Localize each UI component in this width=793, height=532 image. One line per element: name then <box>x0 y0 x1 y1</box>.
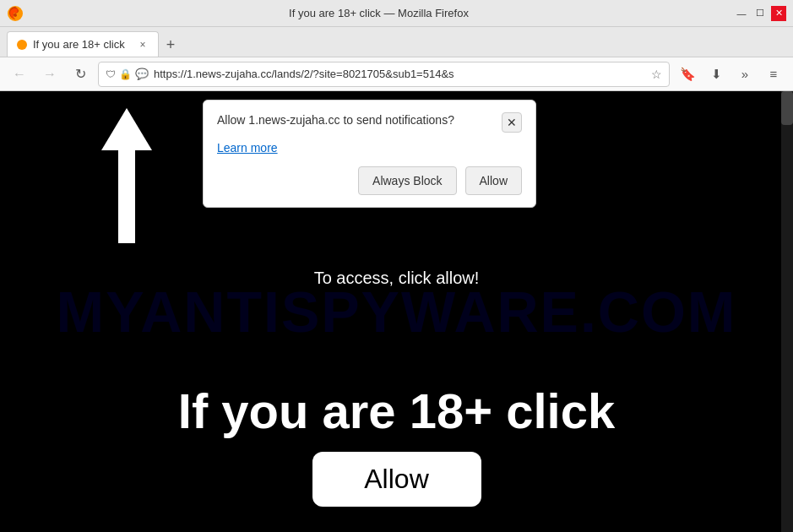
always-block-button[interactable]: Always Block <box>358 166 456 195</box>
page-content: MYANTISPYWARE.COM To access, click allow… <box>0 91 793 532</box>
tab-label: If you are 18+ click <box>33 38 125 51</box>
tab-bar: If you are 18+ click × + <box>0 27 793 57</box>
more-tools-button[interactable]: » <box>732 62 758 87</box>
close-window-button[interactable]: ✕ <box>771 6 786 21</box>
allow-page-button[interactable]: Allow <box>312 452 481 507</box>
bookmark-star-icon[interactable]: ☆ <box>651 68 662 81</box>
tab-favicon <box>16 39 28 51</box>
allow-notification-button[interactable]: Allow <box>465 166 522 195</box>
nav-right-icons: 🔖 ⬇ » ≡ <box>675 62 786 87</box>
browser-window: If you are 18+ click — Mozilla Firefox —… <box>0 0 793 532</box>
url-security-icons: 🛡 🔒 💬 <box>106 68 149 80</box>
browser-tab[interactable]: If you are 18+ click × <box>7 31 159 57</box>
url-text: https://1.news-zujaha.cc/lands/2/?site=8… <box>154 68 646 80</box>
arrow-indicator <box>101 108 152 243</box>
popup-buttons: Always Block Allow <box>217 166 522 195</box>
minimize-button[interactable]: — <box>734 6 749 21</box>
arrow-body <box>118 150 135 243</box>
new-tab-button[interactable]: + <box>159 33 182 57</box>
notifications-icon: 💬 <box>135 68 149 80</box>
main-heading: If you are 18+ click <box>178 383 615 439</box>
firefox-logo <box>7 5 24 22</box>
back-button[interactable]: ← <box>7 62 32 87</box>
scrollbar-thumb[interactable] <box>781 91 793 125</box>
watermark: MYANTISPYWARE.COM <box>56 279 736 345</box>
pocket-button[interactable]: 🔖 <box>675 62 700 87</box>
arrow-up-shape <box>101 108 152 243</box>
svg-point-1 <box>17 40 27 50</box>
popup-title: Allow 1.news-zujaha.cc to send notificat… <box>217 112 502 129</box>
refresh-button[interactable]: ↻ <box>68 62 93 87</box>
scrollbar-area[interactable] <box>781 91 793 532</box>
download-button[interactable]: ⬇ <box>703 62 729 87</box>
arrow-head <box>101 108 152 150</box>
popup-header: Allow 1.news-zujaha.cc to send notificat… <box>217 112 522 133</box>
tab-close-button[interactable]: × <box>136 38 149 52</box>
lock-icon: 🔒 <box>119 68 132 80</box>
window-title: If you are 18+ click — Mozilla Firefox <box>24 7 734 19</box>
shield-icon: 🛡 <box>106 68 116 80</box>
learn-more-link[interactable]: Learn more <box>217 141 522 155</box>
menu-button[interactable]: ≡ <box>761 62 786 87</box>
forward-button[interactable]: → <box>37 62 62 87</box>
popup-close-button[interactable]: ✕ <box>502 112 522 133</box>
nav-bar: ← → ↻ 🛡 🔒 💬 https://1.news-zujaha.cc/lan… <box>0 57 793 91</box>
notification-popup: Allow 1.news-zujaha.cc to send notificat… <box>203 100 536 208</box>
window-controls: — ☐ ✕ <box>734 6 786 21</box>
title-bar: If you are 18+ click — Mozilla Firefox —… <box>0 0 793 27</box>
url-bar[interactable]: 🛡 🔒 💬 https://1.news-zujaha.cc/lands/2/?… <box>98 62 670 87</box>
access-text: To access, click allow! <box>314 269 480 288</box>
maximize-button[interactable]: ☐ <box>752 6 768 21</box>
